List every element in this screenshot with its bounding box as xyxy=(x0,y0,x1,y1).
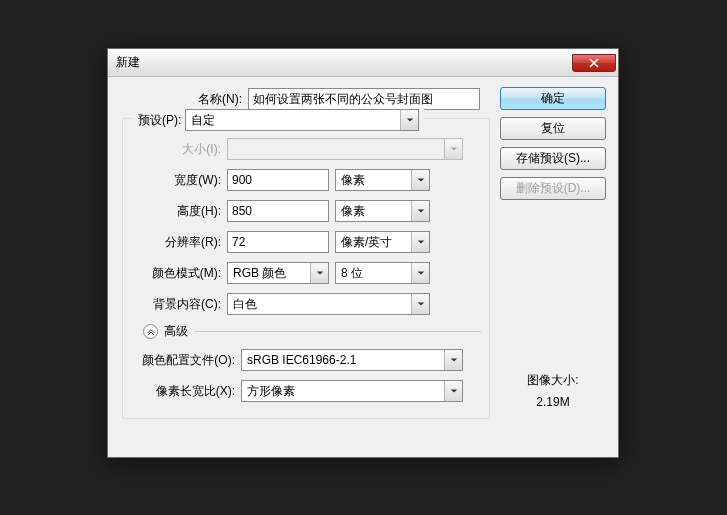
resolution-unit: 像素/英寸 xyxy=(336,234,411,251)
image-size-info: 图像大小: 2.19M xyxy=(500,370,606,413)
height-unit: 像素 xyxy=(336,203,411,220)
dropdown-icon xyxy=(411,170,429,190)
aspect-label: 像素长宽比(X): xyxy=(131,383,241,400)
close-button[interactable] xyxy=(572,54,616,72)
mode-row: 颜色模式(M): RGB 颜色 8 位 xyxy=(131,261,481,285)
size-label: 大小(I): xyxy=(131,141,227,158)
bits-value: 8 位 xyxy=(336,265,411,282)
new-document-dialog: 新建 名称(N): 预设(P): 自定 大小(I): xyxy=(107,48,619,458)
advanced-label: 高级 xyxy=(164,323,188,340)
right-column: 确定 复位 存储预设(S)... 删除预设(D)... 图像大小: 2.19M xyxy=(500,87,606,419)
dropdown-icon xyxy=(411,201,429,221)
background-label: 背景内容(C): xyxy=(131,296,227,313)
ok-button[interactable]: 确定 xyxy=(500,87,606,110)
left-column: 名称(N): 预设(P): 自定 大小(I): xyxy=(120,87,492,419)
mode-value: RGB 颜色 xyxy=(228,265,310,282)
dropdown-icon xyxy=(400,110,418,130)
titlebar[interactable]: 新建 xyxy=(108,49,618,77)
width-input[interactable] xyxy=(227,169,329,191)
height-input[interactable] xyxy=(227,200,329,222)
name-input[interactable] xyxy=(248,88,480,110)
background-value: 白色 xyxy=(228,296,411,313)
image-size-label: 图像大小: xyxy=(500,370,606,392)
dropdown-icon xyxy=(444,381,462,401)
width-unit-combo[interactable]: 像素 xyxy=(335,169,430,191)
resolution-input[interactable] xyxy=(227,231,329,253)
width-label: 宽度(W): xyxy=(131,172,227,189)
height-unit-combo[interactable]: 像素 xyxy=(335,200,430,222)
collapse-icon[interactable] xyxy=(143,324,158,339)
background-row: 背景内容(C): 白色 xyxy=(131,292,481,316)
width-row: 宽度(W): 像素 xyxy=(131,168,481,192)
advanced-header[interactable]: 高级 xyxy=(143,323,481,340)
name-row: 名称(N): xyxy=(120,87,492,111)
profile-value: sRGB IEC61966-2.1 xyxy=(242,353,444,367)
mode-combo[interactable]: RGB 颜色 xyxy=(227,262,329,284)
preset-group: 预设(P): 自定 大小(I): 宽度(W): xyxy=(122,118,490,419)
divider xyxy=(194,331,481,332)
dropdown-icon xyxy=(444,139,462,159)
preset-legend: 预设(P): 自定 xyxy=(133,109,424,131)
dropdown-icon xyxy=(310,263,328,283)
aspect-row: 像素长宽比(X): 方形像素 xyxy=(131,379,481,403)
image-size-value: 2.19M xyxy=(500,392,606,414)
dropdown-icon xyxy=(411,232,429,252)
height-row: 高度(H): 像素 xyxy=(131,199,481,223)
aspect-combo[interactable]: 方形像素 xyxy=(241,380,463,402)
dialog-body: 名称(N): 预设(P): 自定 大小(I): xyxy=(108,77,618,429)
preset-combo[interactable]: 自定 xyxy=(185,109,419,131)
save-preset-button[interactable]: 存储预设(S)... xyxy=(500,147,606,170)
size-row: 大小(I): xyxy=(131,137,481,161)
profile-combo[interactable]: sRGB IEC61966-2.1 xyxy=(241,349,463,371)
preset-value: 自定 xyxy=(186,112,400,129)
height-label: 高度(H): xyxy=(131,203,227,220)
dropdown-icon xyxy=(444,350,462,370)
name-label: 名称(N): xyxy=(120,91,248,108)
profile-label: 颜色配置文件(O): xyxy=(131,352,241,369)
dropdown-icon xyxy=(411,263,429,283)
dialog-title: 新建 xyxy=(116,54,140,71)
aspect-value: 方形像素 xyxy=(242,383,444,400)
reset-button[interactable]: 复位 xyxy=(500,117,606,140)
width-unit: 像素 xyxy=(336,172,411,189)
profile-row: 颜色配置文件(O): sRGB IEC61966-2.1 xyxy=(131,348,481,372)
bits-combo[interactable]: 8 位 xyxy=(335,262,430,284)
preset-label: 预设(P): xyxy=(138,112,181,129)
resolution-label: 分辨率(R): xyxy=(131,234,227,251)
close-icon xyxy=(589,58,599,68)
background-combo[interactable]: 白色 xyxy=(227,293,430,315)
resolution-row: 分辨率(R): 像素/英寸 xyxy=(131,230,481,254)
delete-preset-button: 删除预设(D)... xyxy=(500,177,606,200)
resolution-unit-combo[interactable]: 像素/英寸 xyxy=(335,231,430,253)
mode-label: 颜色模式(M): xyxy=(131,265,227,282)
size-combo xyxy=(227,138,463,160)
dropdown-icon xyxy=(411,294,429,314)
